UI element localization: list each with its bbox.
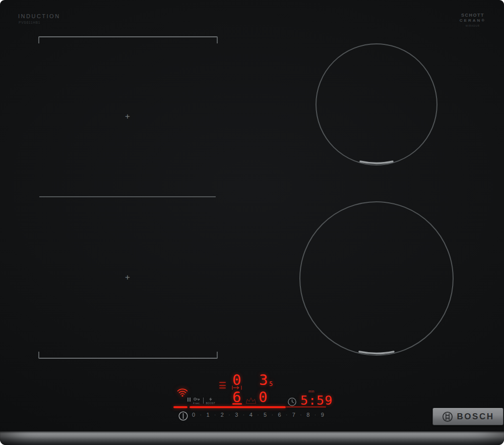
- scale-number-6[interactable]: 6: [278, 412, 281, 418]
- scale-dot: ·: [243, 412, 244, 417]
- key-lock-label: 4 sec.: [193, 402, 201, 405]
- scale-number-9[interactable]: 9: [321, 412, 324, 418]
- left-front-level-display[interactable]: 6: [232, 390, 241, 405]
- flex-rear-center-cross: +: [125, 112, 130, 122]
- schott-ceran-logo: SCHOTT CERAN® MIRADUR: [458, 13, 488, 27]
- scale-number-5[interactable]: 5: [264, 412, 267, 418]
- slider-segment-left[interactable]: [173, 406, 187, 408]
- power-scale[interactable]: 0 · 1 · 2 · 3 · 4 · 5 · 6 · 7 · 8 · 9: [192, 412, 324, 418]
- scale-number-2[interactable]: 2: [221, 412, 224, 418]
- scale-dot: ·: [272, 412, 273, 417]
- flex-zone-separator-line: [39, 196, 216, 197]
- scale-number-8[interactable]: 8: [306, 412, 309, 418]
- front-trim-strip: [0, 431, 504, 445]
- power-button[interactable]: [178, 411, 188, 421]
- selected-zone-underline: [232, 403, 242, 405]
- pause-button[interactable]: [187, 397, 191, 402]
- scale-number-0[interactable]: 0: [192, 412, 195, 418]
- schott-line2: CERAN®: [458, 18, 488, 23]
- front-right-zone-circle: [299, 201, 454, 356]
- clock-icon[interactable]: [287, 397, 297, 407]
- right-rear-level-display[interactable]: 3: [259, 373, 268, 387]
- scale-number-1[interactable]: 1: [206, 412, 209, 418]
- front-right-zone-marker: [358, 351, 395, 356]
- key-lock-button[interactable]: 4 sec.: [193, 397, 201, 405]
- flex-zone-top-bracket: [38, 36, 218, 43]
- flex-zone-bottom-bracket: [38, 352, 218, 359]
- boost-icon: [208, 397, 213, 402]
- scale-number-4[interactable]: 4: [249, 412, 253, 418]
- schott-line1: SCHOTT: [458, 13, 488, 18]
- pause-icon: [187, 398, 191, 402]
- bosch-logo-text: BOSCH: [457, 412, 494, 422]
- boost-label: BOOST: [206, 402, 215, 405]
- schott-subtext: MIRADUR: [458, 25, 488, 27]
- rear-right-zone-marker: [359, 160, 394, 165]
- scale-dot: ·: [257, 412, 259, 417]
- scale-number-7[interactable]: 7: [292, 412, 295, 418]
- bosch-badge: BOSCH: [432, 408, 503, 425]
- rear-right-zone-circle: [315, 43, 438, 166]
- scale-dot: ·: [214, 412, 216, 417]
- bosch-symbol-icon: [442, 411, 453, 422]
- control-divider: [203, 398, 204, 404]
- key-lock-icon: [194, 397, 200, 402]
- scale-number-3[interactable]: 3: [235, 412, 238, 418]
- right-front-level-display[interactable]: 0: [259, 390, 267, 405]
- model-number: PVS611HB1: [19, 21, 40, 24]
- menu-lines-icon: [219, 382, 226, 391]
- right-rear-half-step-display: 5: [269, 381, 273, 387]
- slider-segment-main[interactable]: [190, 406, 286, 408]
- induction-hob-surface: INDUCTION PVS611HB1 SCHOTT CERAN® MIRADU…: [0, 0, 504, 445]
- scale-dot: ·: [200, 412, 202, 417]
- scale-dot: ·: [286, 412, 287, 417]
- scale-dot: ·: [229, 412, 230, 417]
- timer-display: 5:59: [300, 394, 333, 407]
- scale-dot: ·: [314, 412, 316, 417]
- timer-unit-label: min: [308, 390, 314, 393]
- wifi-icon: [176, 388, 188, 397]
- scale-dot: ·: [300, 412, 302, 417]
- fry-sensor-icon: [245, 397, 257, 405]
- boost-button[interactable]: BOOST: [206, 397, 215, 405]
- flex-front-center-cross: +: [125, 272, 130, 283]
- slider-segment-dim[interactable]: [286, 406, 326, 408]
- induction-label: INDUCTION: [18, 13, 60, 19]
